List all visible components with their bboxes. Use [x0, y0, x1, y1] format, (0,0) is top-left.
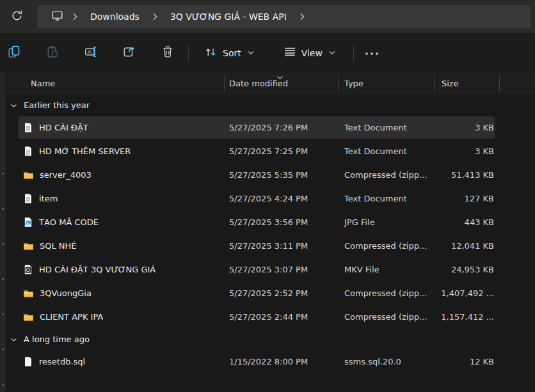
- refresh-button[interactable]: [4, 5, 29, 28]
- file-row[interactable]: 3QVuongGia 5/27/2025 2:52 PM Compressed …: [0, 281, 535, 305]
- file-icon: [23, 264, 33, 275]
- file-icon: [23, 356, 33, 367]
- file-size: 3 KB: [434, 123, 499, 132]
- group-header[interactable]: Earlier this year: [0, 95, 535, 116]
- view-dropdown-button[interactable]: View: [277, 41, 342, 65]
- file-row[interactable]: CLIENT APK IPA 5/27/2025 2:44 PM Compres…: [0, 305, 535, 329]
- paste-icon: [46, 45, 59, 60]
- file-date-modified: 5/27/2025 2:52 PM: [224, 288, 338, 298]
- breadcrumb-chevron-icon[interactable]: [72, 13, 77, 20]
- address-bar[interactable]: Downloads 3Q VƯƠNG GIẢ - WEB API: [37, 5, 531, 28]
- breadcrumb-downloads[interactable]: Downloads: [86, 9, 143, 24]
- file-date-modified: 5/27/2025 3:07 PM: [224, 265, 338, 274]
- file-icon: [23, 146, 33, 157]
- share-button[interactable]: [115, 41, 143, 65]
- file-row[interactable]: item 5/27/2025 4:24 PM Text Document 127…: [0, 187, 535, 210]
- trash-icon: [161, 45, 174, 60]
- column-divider[interactable]: [338, 75, 339, 91]
- file-name: resetdb.sql: [39, 357, 85, 366]
- breadcrumb-current-folder[interactable]: 3Q VƯƠNG GIẢ - WEB API: [166, 9, 291, 24]
- file-type: MKV File: [338, 265, 434, 274]
- file-type: Text Document: [338, 194, 434, 203]
- more-options-button[interactable]: [359, 41, 385, 65]
- rename-button[interactable]: A: [77, 41, 105, 65]
- copy-button[interactable]: [0, 41, 28, 65]
- file-type: Compressed (zipp...: [338, 170, 434, 180]
- column-divider[interactable]: [434, 75, 435, 91]
- group-header[interactable]: A long time ago: [0, 329, 535, 350]
- file-date-modified: 5/27/2025 7:25 PM: [224, 146, 338, 156]
- file-icon: [23, 193, 33, 204]
- file-icon: [23, 122, 33, 133]
- breadcrumb-chevron-icon[interactable]: [152, 13, 157, 20]
- file-icon: [23, 241, 34, 251]
- file-type: JPG File: [338, 217, 434, 227]
- file-size: 443 KB: [434, 217, 499, 227]
- group-label: A long time ago: [24, 334, 90, 344]
- column-header-type[interactable]: Type: [338, 72, 434, 95]
- file-list: Earlier this year HD CÀI ĐẶT 5/27/2025 7…: [0, 95, 535, 373]
- column-header-size[interactable]: Size: [434, 72, 499, 95]
- delete-button[interactable]: [154, 41, 182, 65]
- file-size: 12 KB: [434, 357, 499, 366]
- file-icon: [23, 288, 34, 299]
- file-row[interactable]: resetdb.sql 1/15/2022 8:00 PM ssms.sql.2…: [0, 350, 535, 373]
- ellipsis-icon: [365, 48, 379, 58]
- file-icon: [23, 217, 33, 228]
- file-date-modified: 5/27/2025 5:35 PM: [224, 170, 338, 180]
- file-row[interactable]: HD CÀI ĐẶT 3Q VƯƠNG GIẢ 5/27/2025 3:07 P…: [0, 258, 535, 281]
- file-row[interactable]: server_4003 5/27/2025 5:35 PM Compressed…: [0, 163, 535, 187]
- sort-direction-caret-icon: [276, 72, 283, 82]
- chevron-down-icon: [329, 51, 335, 55]
- file-icon: [23, 312, 34, 322]
- file-row[interactable]: HD MỞ THÊM SERVER 5/27/2025 7:25 PM Text…: [0, 139, 535, 163]
- file-size: 51,413 KB: [434, 170, 499, 180]
- file-size: 127 KB: [434, 194, 499, 203]
- file-type: Text Document: [338, 123, 434, 132]
- file-date-modified: 5/27/2025 2:44 PM: [224, 312, 338, 322]
- paste-button[interactable]: [38, 41, 67, 65]
- file-size: 1,157,412 ...: [434, 312, 499, 322]
- file-row[interactable]: HD CÀI ĐẶT 5/27/2025 7:26 PM Text Docume…: [0, 116, 535, 139]
- file-size: 24,953 KB: [434, 265, 499, 274]
- sort-icon: [204, 46, 218, 60]
- navigation-bar: Downloads 3Q VƯƠNG GIẢ - WEB API: [0, 0, 535, 33]
- breadcrumb-chevron-icon[interactable]: [299, 13, 305, 20]
- file-name: server_4003: [40, 170, 92, 180]
- file-name: TẠO MÃ CODE: [39, 217, 99, 227]
- file-type: ssms.sql.20.0: [338, 357, 434, 366]
- copy-icon: [8, 45, 20, 60]
- file-type: Compressed (zipp...: [338, 288, 434, 298]
- file-row[interactable]: SQL NHÉ 5/27/2025 3:11 PM Compressed (zi…: [0, 234, 535, 258]
- view-label: View: [301, 48, 323, 58]
- column-divider[interactable]: [224, 75, 225, 91]
- file-explorer-window: Downloads 3Q VƯƠNG GIẢ - WEB API A: [0, 0, 535, 392]
- file-name: SQL NHÉ: [40, 241, 77, 251]
- file-size: 1,407,492 ...: [434, 288, 499, 298]
- file-size: 3 KB: [434, 146, 499, 156]
- file-date-modified: 5/27/2025 7:26 PM: [224, 123, 338, 132]
- toolbar-divider: [353, 45, 354, 61]
- chevron-down-icon: [10, 334, 17, 344]
- this-pc-monitor-icon[interactable]: [51, 10, 63, 24]
- column-header-name[interactable]: Name: [0, 72, 224, 95]
- refresh-icon: [11, 10, 23, 24]
- command-toolbar: A Sort View: [0, 33, 535, 72]
- nav-pane-scrollbar[interactable]: [0, 72, 6, 392]
- file-row[interactable]: TẠO MÃ CODE 5/27/2025 3:56 PM JPG File 4…: [0, 210, 535, 234]
- view-icon: [283, 45, 296, 60]
- file-date-modified: 1/15/2022 8:00 PM: [224, 357, 338, 366]
- toolbar-divider: [188, 45, 189, 61]
- file-name: HD CÀI ĐẶT: [39, 123, 88, 132]
- file-size: 12,041 KB: [434, 241, 499, 251]
- sort-dropdown-button[interactable]: Sort: [198, 41, 260, 65]
- svg-text:A: A: [88, 49, 92, 55]
- file-date-modified: 5/27/2025 3:11 PM: [224, 241, 338, 251]
- column-divider[interactable]: [499, 75, 500, 91]
- scrollbar-dots: [2, 139, 4, 392]
- file-type: Compressed (zipp...: [338, 312, 434, 322]
- file-name: HD MỞ THÊM SERVER: [39, 146, 131, 156]
- rename-icon: A: [84, 45, 97, 60]
- chevron-down-icon: [248, 51, 254, 55]
- file-date-modified: 5/27/2025 4:24 PM: [224, 194, 338, 203]
